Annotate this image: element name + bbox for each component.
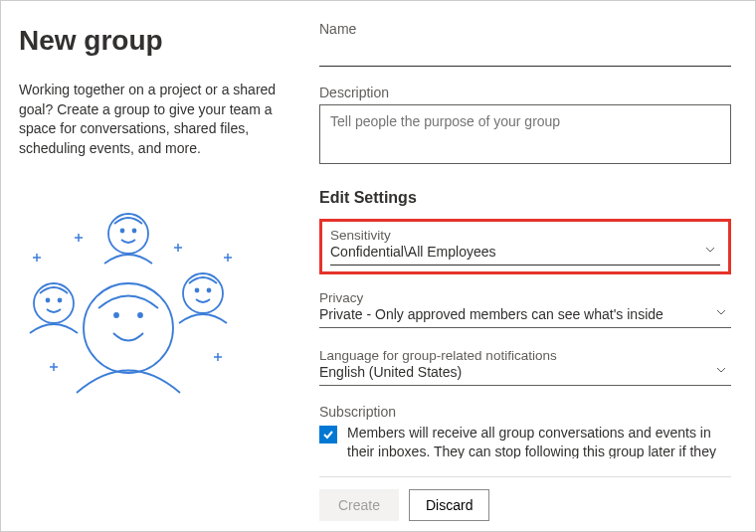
chevron-down-icon [704,244,716,256]
footer-bar: Create Discard [319,476,731,521]
name-block: Name [319,21,731,67]
language-dropdown[interactable]: Language for group-related notifications… [319,346,731,386]
group-illustration [19,194,248,413]
svg-point-8 [59,299,62,302]
sensitivity-highlight: Sensitivity Confidential\All Employees [319,219,731,274]
form-pane: Name Description Edit Settings Sensitivi… [299,1,755,531]
subscription-text: Members will receive all group conversat… [347,424,731,458]
page-title: New group [19,25,280,57]
chevron-down-icon [715,306,727,318]
svg-point-4 [121,230,124,233]
description-label: Description [319,85,731,100]
left-pane: New group Working together on a project … [1,1,299,531]
svg-point-1 [114,313,118,317]
sensitivity-dropdown[interactable]: Sensitivity Confidential\All Employees [330,226,720,266]
privacy-dropdown[interactable]: Privacy Private - Only approved members … [319,288,731,328]
subscription-label: Subscription [319,404,731,420]
svg-point-3 [108,214,148,254]
subscription-block: Subscription Members will receive all gr… [319,404,731,458]
privacy-label: Privacy [319,290,731,305]
svg-point-2 [138,313,142,317]
language-block: Language for group-related notifications… [319,346,731,386]
chevron-down-icon [715,364,727,376]
svg-point-0 [84,283,173,373]
intro-text: Working together on a project or a share… [19,81,280,158]
discard-button[interactable]: Discard [409,489,489,521]
edit-settings-header: Edit Settings [319,189,731,207]
privacy-value: Private - Only approved members can see … [319,306,731,322]
name-label: Name [319,21,731,37]
create-button[interactable]: Create [319,489,399,521]
sensitivity-label: Sensitivity [330,228,720,243]
svg-point-10 [196,289,199,292]
svg-point-6 [34,283,74,323]
svg-point-11 [208,289,211,292]
svg-point-5 [133,230,136,233]
privacy-block: Privacy Private - Only approved members … [319,288,731,328]
svg-point-9 [183,273,223,313]
description-block: Description [319,85,731,167]
language-label: Language for group-related notifications [319,348,731,363]
svg-point-7 [47,299,50,302]
subscription-checkbox[interactable] [319,426,337,443]
name-input[interactable] [319,41,731,67]
sensitivity-value: Confidential\All Employees [330,244,720,260]
language-value: English (United States) [319,364,731,380]
description-textarea[interactable] [319,104,731,164]
